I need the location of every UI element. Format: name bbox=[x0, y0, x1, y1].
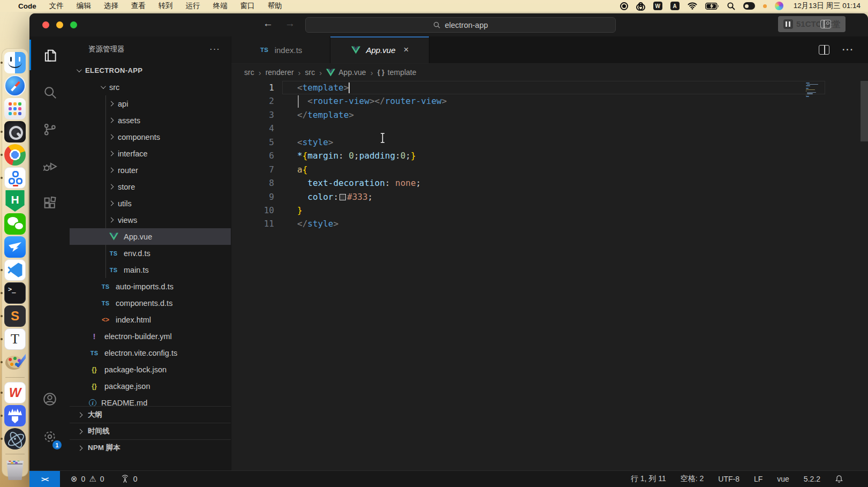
activitybar-explorer[interactable] bbox=[29, 36, 70, 73]
code-line-6[interactable]: *{margin: 0;padding:0;} bbox=[297, 149, 447, 162]
warnings-count[interactable]: 0 bbox=[100, 475, 104, 483]
tab-index.ts[interactable]: TSindex.ts bbox=[231, 36, 330, 63]
code-line-11[interactable]: </style> bbox=[297, 217, 447, 230]
tree-item-main.ts[interactable]: TSmain.ts bbox=[70, 261, 231, 278]
menu-Code[interactable]: Code bbox=[18, 2, 36, 10]
close-tab-button[interactable]: × bbox=[404, 44, 409, 55]
tree-item-views[interactable]: views bbox=[70, 212, 231, 228]
section-NPM 脚本[interactable]: NPM 脚本 bbox=[70, 439, 231, 456]
menu-转到[interactable]: 转到 bbox=[158, 1, 173, 11]
wechat-dock-icon[interactable] bbox=[4, 213, 26, 235]
wifi-icon[interactable] bbox=[688, 2, 697, 10]
tree-item-env.d.ts[interactable]: TSenv.d.ts bbox=[70, 245, 231, 261]
code-line-10[interactable]: } bbox=[297, 204, 447, 217]
trash-dock-icon[interactable] bbox=[4, 459, 26, 480]
code-editor[interactable]: 1234567891011 <template> <router-view></… bbox=[231, 81, 868, 470]
breadcrumb-item-renderer[interactable]: renderer bbox=[266, 68, 294, 77]
tree-item-store[interactable]: store bbox=[70, 178, 231, 195]
activitybar-source-control[interactable] bbox=[29, 110, 70, 147]
warnings-icon[interactable]: ⚠ bbox=[89, 474, 96, 484]
command-center-search[interactable]: electron-app bbox=[305, 17, 616, 33]
dingtalk-dock-icon[interactable] bbox=[4, 236, 26, 258]
zoom-window-button[interactable] bbox=[70, 21, 77, 28]
wps-office-dock-icon[interactable] bbox=[4, 382, 26, 403]
errors-icon[interactable]: ⊗ bbox=[71, 474, 78, 484]
status-vue-version[interactable]: 5.2.2 bbox=[804, 475, 820, 483]
code-line-7[interactable]: a{ bbox=[297, 163, 447, 176]
menu-运行[interactable]: 运行 bbox=[186, 1, 200, 11]
tree-item-assets[interactable]: assets bbox=[70, 112, 231, 129]
tree-item-router[interactable]: router bbox=[70, 162, 231, 178]
wps-icon[interactable]: W bbox=[653, 2, 662, 10]
tree-item-api[interactable]: api bbox=[70, 95, 231, 112]
tab-App.vue[interactable]: App.vue× bbox=[330, 36, 429, 63]
vscode-dock-icon[interactable] bbox=[4, 259, 26, 281]
hbuilderx-dock-icon[interactable] bbox=[4, 190, 26, 212]
shortcuts-icon[interactable] bbox=[636, 2, 645, 10]
navigate-forward-button[interactable]: → bbox=[285, 18, 295, 29]
tree-item-interface[interactable]: interface bbox=[70, 145, 231, 162]
paint-dock-icon[interactable] bbox=[4, 351, 26, 373]
menu-选择[interactable]: 选择 bbox=[104, 1, 118, 11]
breadcrumb-item-template[interactable]: { }template bbox=[378, 68, 417, 77]
tree-item-components.d.ts[interactable]: TScomponents.d.ts bbox=[70, 295, 231, 311]
menu-帮助[interactable]: 帮助 bbox=[268, 1, 282, 11]
menu-终端[interactable]: 终端 bbox=[213, 1, 228, 11]
finder-dock-icon[interactable] bbox=[4, 52, 26, 73]
safari-dock-icon[interactable] bbox=[4, 75, 26, 96]
status-language-mode[interactable]: vue bbox=[777, 475, 789, 483]
code-line-9[interactable]: color:#333; bbox=[297, 190, 447, 204]
minimize-window-button[interactable] bbox=[56, 21, 63, 28]
deer-vpn-dock-icon[interactable] bbox=[4, 405, 26, 426]
status-indentation[interactable]: 空格: 2 bbox=[681, 474, 704, 484]
breadcrumb-item-App.vue[interactable]: App.vue bbox=[326, 68, 366, 77]
battery-icon[interactable] bbox=[705, 2, 719, 10]
circles-app-dock-icon[interactable] bbox=[4, 167, 26, 189]
status-encoding[interactable]: UTF-8 bbox=[718, 475, 739, 483]
customize-layout-icon[interactable] bbox=[820, 20, 831, 28]
errors-count[interactable]: 0 bbox=[81, 475, 86, 483]
code-line-1[interactable]: <template> bbox=[297, 81, 447, 94]
menubar-clock[interactable]: 12月13日 周三 01:14 bbox=[794, 1, 861, 11]
tree-item-package.json[interactable]: {}package.json bbox=[70, 378, 231, 394]
account-button[interactable] bbox=[29, 380, 70, 418]
status-eol[interactable]: LF bbox=[754, 475, 763, 483]
typora-dock-icon[interactable] bbox=[4, 328, 26, 350]
tree-item-index.html[interactable]: <>index.html bbox=[70, 311, 231, 328]
chrome-dock-icon[interactable] bbox=[4, 144, 26, 166]
tree-item-auto-imports.d.ts[interactable]: TSauto-imports.d.ts bbox=[70, 278, 231, 295]
screen-record-icon[interactable] bbox=[620, 2, 628, 10]
siri-icon[interactable] bbox=[775, 2, 783, 10]
tree-item-components[interactable]: components bbox=[70, 129, 231, 145]
quicktime-dock-icon[interactable] bbox=[4, 121, 26, 143]
tree-item-package-lock.json[interactable]: {}package-lock.json bbox=[70, 361, 231, 378]
control-center-icon[interactable] bbox=[743, 2, 755, 10]
code-line-5[interactable]: <style> bbox=[297, 136, 447, 149]
launchpad-dock-icon[interactable] bbox=[4, 98, 26, 119]
tree-item-App.vue[interactable]: App.vue bbox=[70, 228, 231, 245]
ports-icon[interactable] bbox=[120, 475, 130, 483]
tree-item-utils[interactable]: utils bbox=[70, 195, 231, 212]
input-method-icon[interactable]: A bbox=[670, 2, 680, 10]
close-window-button[interactable] bbox=[42, 21, 49, 28]
split-editor-icon[interactable] bbox=[819, 45, 829, 55]
section-大纲[interactable]: 大纲 bbox=[70, 406, 231, 423]
code-line-3[interactable]: </template> bbox=[297, 108, 447, 122]
activitybar-run-debug[interactable] bbox=[29, 147, 70, 184]
sublime-text-dock-icon[interactable] bbox=[4, 305, 26, 327]
activitybar-extensions[interactable] bbox=[29, 184, 70, 221]
code-line-2[interactable]: <router-view></router-view> bbox=[297, 94, 447, 108]
menu-文件[interactable]: 文件 bbox=[49, 1, 64, 11]
activitybar-search[interactable] bbox=[29, 73, 70, 110]
navigate-back-button[interactable]: ← bbox=[263, 18, 273, 29]
menu-编辑[interactable]: 编辑 bbox=[77, 1, 91, 11]
section-时间线[interactable]: 时间线 bbox=[70, 423, 231, 439]
tree-item-electron-builder.yml[interactable]: !electron-builder.yml bbox=[70, 328, 231, 344]
spotlight-icon[interactable] bbox=[727, 2, 735, 10]
remote-indicator-button[interactable]: >< bbox=[29, 471, 60, 487]
notification-dot-icon[interactable] bbox=[763, 4, 767, 8]
breadcrumb-item-src[interactable]: src bbox=[244, 68, 254, 77]
status-cursor-position[interactable]: 行 1, 列 11 bbox=[631, 474, 666, 484]
sidebar-more-actions-icon[interactable]: ··· bbox=[209, 44, 220, 55]
settings-button[interactable]: 1 bbox=[29, 418, 70, 455]
